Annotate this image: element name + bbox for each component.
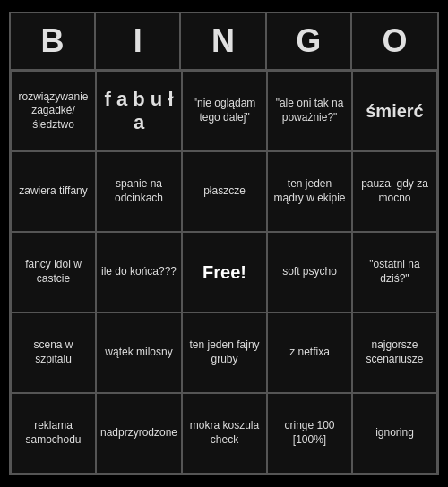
title-b: B [11, 13, 96, 69]
cell-2-0[interactable]: fancy idol w castcie [11, 232, 96, 312]
cell-0-2[interactable]: "nie oglądam tego dalej" [182, 71, 267, 151]
cell-1-2[interactable]: płaszcze [182, 151, 267, 232]
cell-4-1[interactable]: nadprzyrodzone [96, 393, 182, 474]
cell-1-4[interactable]: pauza, gdy za mocno [352, 151, 437, 232]
cell-2-1[interactable]: ile do końca??? [96, 232, 182, 312]
title-i: I [96, 13, 181, 69]
cell-0-4[interactable]: śmierć [352, 71, 437, 151]
bingo-card: B I N G O rozwiązywanie zagadké/ śledztw… [0, 3, 448, 484]
title-n: N [181, 13, 266, 69]
bingo-title-row: B I N G O [9, 12, 439, 69]
cell-4-2[interactable]: mokra koszula check [182, 393, 267, 474]
cell-1-0[interactable]: zawiera tiffany [11, 151, 96, 232]
cell-2-4[interactable]: "ostatni na dziś?" [352, 232, 437, 312]
title-o: O [352, 13, 437, 69]
cell-2-2[interactable]: Free! [182, 232, 267, 312]
cell-0-0[interactable]: rozwiązywanie zagadké/ śledztwo [11, 71, 96, 151]
title-g: G [267, 13, 352, 69]
cell-3-2[interactable]: ten jeden fajny gruby [182, 312, 267, 393]
cell-4-0[interactable]: reklama samochodu [11, 393, 96, 474]
cell-0-1[interactable]: f a b u ł a [96, 71, 182, 151]
cell-2-3[interactable]: soft psycho [267, 232, 352, 312]
cell-1-3[interactable]: ten jeden mądry w ekipie [267, 151, 352, 232]
cell-3-3[interactable]: z netfixa [267, 312, 352, 393]
cell-3-4[interactable]: najgorsze scenariusze [352, 312, 437, 393]
bingo-grid: rozwiązywanie zagadké/ śledztwo f a b u … [9, 69, 439, 475]
cell-4-3[interactable]: cringe 100 [100%] [267, 393, 352, 474]
cell-0-3[interactable]: "ale oni tak na poważnie?" [267, 71, 352, 151]
cell-3-1[interactable]: wątek milosny [96, 312, 182, 393]
cell-3-0[interactable]: scena w szpitalu [11, 312, 96, 393]
cell-1-1[interactable]: spanie na odcinkach [96, 151, 182, 232]
cell-4-4[interactable]: ignoring [352, 393, 437, 474]
